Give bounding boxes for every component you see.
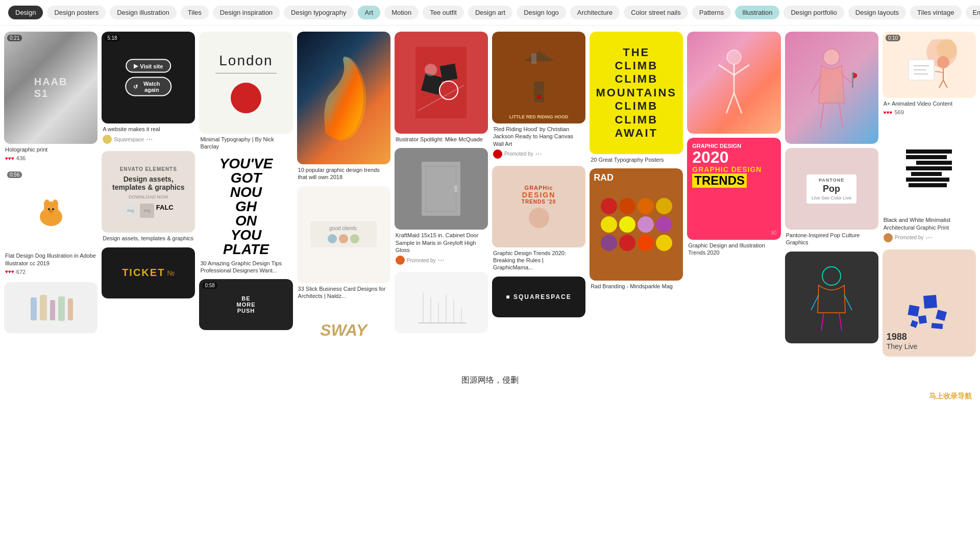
- dog-title: Flat Design Dog Illustration in Adobe Il…: [4, 250, 97, 268]
- tag-bar: Design Design posters Design illustratio…: [0, 0, 980, 26]
- tag-patterns[interactable]: Patterns: [692, 6, 731, 19]
- kraftmaid-caption: KraftMaid 15x15 in. Cabinet Door Sample …: [395, 230, 488, 255]
- pin-gradient3d[interactable]: 10 popular graphic design trends that wi…: [297, 32, 390, 182]
- pin-illustration2020[interactable]: [785, 252, 878, 343]
- tag-tiles-vintage[interactable]: Tiles vintage: [910, 6, 962, 19]
- pin-sway[interactable]: SWAY: [297, 305, 390, 356]
- riding-hood-caption: 'Red Riding Hood' by Christian Jackson R…: [492, 123, 585, 148]
- tag-design[interactable]: Design: [8, 6, 43, 19]
- svg-rect-12: [68, 298, 73, 320]
- pin-chart[interactable]: [395, 272, 488, 333]
- pin-be-more[interactable]: 0:58 BEMOREPUSH: [199, 279, 292, 330]
- tag-color-street-nails[interactable]: Color street nails: [624, 6, 688, 19]
- pin-website[interactable]: 5:18 ▶ Visit site ↺ Watch again A websit…: [102, 32, 195, 147]
- timer-badge-website: 5:18: [105, 35, 119, 41]
- svg-point-38: [823, 49, 840, 65]
- svg-point-5: [52, 208, 54, 210]
- envato-title: Design assets, templates & graphics: [102, 233, 195, 243]
- svg-line-48: [821, 313, 824, 331]
- pin-holographic[interactable]: 0:21 HAABS1 Holographic print ♥♥♥ 436: [4, 32, 97, 164]
- pin-rad[interactable]: RAD Rad Branding - Mindsparkle Mag: [590, 168, 683, 291]
- tag-design-portfolio[interactable]: Design portfolio: [783, 6, 844, 19]
- trends2020-content: GRAPHIC DESIGN 2020 GRAPHIC DESIGN TREND…: [692, 143, 775, 188]
- svg-point-56: [937, 56, 949, 68]
- svg-marker-28: [524, 51, 554, 61]
- svg-line-40: [842, 75, 852, 83]
- pin-squarespace-bottom[interactable]: ■ SQUARESPACE: [492, 277, 585, 317]
- svg-rect-9: [40, 295, 47, 320]
- svg-rect-15: [440, 64, 458, 82]
- yougot-caption: 30 Amazing Graphic Design Tips Professio…: [199, 258, 292, 276]
- dog-count: 672: [16, 269, 26, 275]
- pin-kraftmaid[interactable]: KraftMaid 15x15 in. Cabinet Door Sample …: [395, 148, 488, 268]
- pin-poster-red[interactable]: Illustrator Spotlight: Mike McQuade: [395, 32, 488, 144]
- animated-caption: A+ Animated Video Content: [883, 98, 976, 108]
- timer-badge: 0:21: [7, 35, 22, 41]
- tag-art[interactable]: Art: [358, 6, 381, 19]
- london-caption: Minimal Typography | By Nick Barclay: [199, 134, 292, 152]
- bw-more[interactable]: ···: [925, 233, 932, 242]
- pin-bw-minimalist[interactable]: Black and White Minimalist Architectural…: [883, 122, 976, 245]
- tag-tee-outfit[interactable]: Tee outfit: [423, 6, 464, 19]
- footer-brand: 马上收录导航: [0, 390, 980, 409]
- tag-design-art[interactable]: Design art: [468, 6, 512, 19]
- svg-point-6: [49, 210, 53, 213]
- rad-caption: Rad Branding - Mindsparkle Mag: [590, 281, 683, 291]
- target-avatar: [493, 149, 502, 159]
- tag-illustration[interactable]: Illustration: [735, 6, 779, 19]
- animated-timer: 0:10: [886, 35, 900, 41]
- pin-ticket[interactable]: TICKET №: [102, 247, 195, 298]
- pin-poster-pink[interactable]: [687, 32, 780, 134]
- tag-design-illustration[interactable]: Design illustration: [110, 6, 177, 19]
- businesscard-caption: 33 Slick Business Card Designs for Archi…: [297, 283, 390, 301]
- bw-promoted: Promoted by: [895, 235, 924, 240]
- main-content: 0:21 HAABS1 Holographic print ♥♥♥ 436 0:…: [0, 26, 980, 363]
- svg-point-17: [425, 64, 437, 76]
- animated-count: 569: [895, 109, 904, 115]
- pin-trends2020[interactable]: GRAPHIC DESIGN 2020 GRAPHIC DESIGN TREND…: [687, 138, 780, 258]
- svg-line-60: [943, 80, 947, 88]
- pin-climb[interactable]: THECLIMBCLIMBMOUNTAINSCLIMBCLIMBAWAIT 20…: [590, 32, 683, 164]
- kraftmaid-more[interactable]: ···: [437, 256, 444, 265]
- pin-bottles[interactable]: [4, 282, 97, 333]
- tag-architecture[interactable]: Architecture: [570, 6, 620, 19]
- kraftmaid-meta: Promoted by ···: [395, 255, 488, 268]
- pin-riding-hood[interactable]: LITTLE RED RIDING HOOD 'Red Riding Hood'…: [492, 32, 585, 162]
- pin-london[interactable]: London Minimal Typography | By Nick Barc…: [199, 32, 292, 152]
- graphic-trends-caption: Graphic Design Trends 2020: Breaking the…: [492, 247, 585, 272]
- tag-motion[interactable]: Motion: [384, 6, 419, 19]
- svg-point-51: [937, 39, 957, 60]
- visit-site-button[interactable]: ▶ Visit site: [126, 59, 171, 73]
- tag-design-posters[interactable]: Design posters: [47, 6, 106, 19]
- svg-marker-42: [853, 72, 857, 79]
- pin-dog[interactable]: 0:56 Flat Design Dog Illustration in Ado…: [4, 168, 97, 278]
- tag-design-logo[interactable]: Design logo: [517, 6, 566, 19]
- pin-envato[interactable]: ENVATO ELEMENTS Design assets,templates …: [102, 151, 195, 243]
- svg-line-59: [939, 80, 943, 88]
- pin-animated[interactable]: 0:10 A+ Animated Video Content: [883, 32, 976, 118]
- pin-graphic-trends[interactable]: GRAPHic DESIGN TRENDS '20 Graphic Design…: [492, 166, 585, 272]
- more-options-icon[interactable]: ···: [146, 135, 153, 144]
- pin-businesscard[interactable]: good clients. 33 Slick Business Card Des…: [297, 186, 390, 301]
- sway-text: SWAY: [310, 311, 377, 350]
- dog-meta: ♥♥♥ 672: [4, 268, 97, 278]
- svg-point-45: [822, 267, 841, 285]
- tag-embroid[interactable]: Embroid...: [966, 6, 980, 19]
- tag-design-layouts[interactable]: Design layouts: [848, 6, 906, 19]
- svg-point-3: [52, 199, 58, 209]
- svg-line-35: [726, 93, 734, 113]
- svg-line-58: [935, 71, 943, 72]
- watch-again-button[interactable]: ↺ Watch again: [125, 77, 172, 96]
- tag-design-typography[interactable]: Design typography: [284, 6, 353, 19]
- riding-more[interactable]: ···: [535, 149, 542, 159]
- svg-line-33: [719, 65, 734, 75]
- pantone-caption: Pantone-Inspired Pop Culture Graphics: [785, 230, 878, 247]
- pin-illustration-col9[interactable]: [785, 32, 878, 144]
- website-meta: Squarespace ···: [102, 134, 195, 147]
- pin-pantone[interactable]: PANTONE Pop Live See Color Live Pantone-…: [785, 148, 878, 247]
- pin-they-live[interactable]: 1988 They Live: [883, 249, 976, 357]
- pin-yougot[interactable]: YOU'VEGOTNOUGHONYOUPLATE 30 Amazing Grap…: [199, 156, 292, 276]
- tag-tiles[interactable]: Tiles: [181, 6, 209, 19]
- london-title-text: London: [219, 53, 273, 69]
- tag-design-inspiration[interactable]: Design inspiration: [213, 6, 280, 19]
